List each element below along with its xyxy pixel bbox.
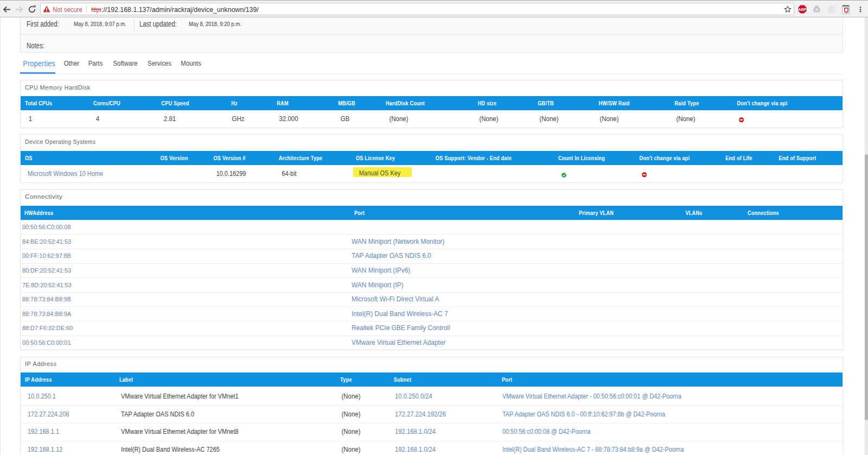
svg-text:ABP: ABP [799,8,807,11]
